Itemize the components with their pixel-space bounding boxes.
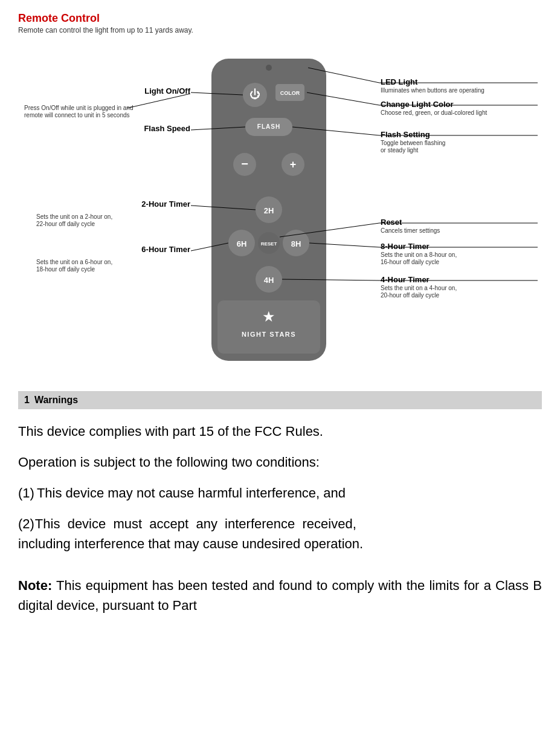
svg-text:8H: 8H [291, 239, 301, 248]
svg-text:−: − [241, 157, 248, 170]
section-title: Warnings [34, 395, 78, 406]
svg-text:22-hour off daily cycle: 22-hour off daily cycle [36, 221, 95, 227]
page-title: Remote Control [18, 12, 542, 25]
svg-text:Press On/Off while unit is plu: Press On/Off while unit is plugged in an… [24, 105, 133, 111]
svg-text:4H: 4H [264, 276, 274, 285]
svg-point-1 [266, 65, 272, 71]
svg-text:16-hour off daily cycle: 16-hour off daily cycle [381, 259, 440, 265]
svg-text:RESET: RESET [261, 241, 277, 247]
diagram-area: ⏻ COLOR FLASH − + 2H 6H RESET 8H 4H ★ NI… [18, 47, 542, 391]
svg-text:Change Light Color: Change Light Color [381, 100, 454, 109]
svg-text:4-Hour Timer: 4-Hour Timer [381, 275, 430, 284]
svg-text:+: + [290, 158, 297, 170]
svg-text:Reset: Reset [381, 218, 402, 227]
svg-text:Illuminates when buttons are o: Illuminates when buttons are operating [381, 87, 484, 94]
svg-text:FLASH: FLASH [257, 123, 280, 130]
body-paragraph-2: Operation is subject to the following tw… [18, 452, 542, 472]
svg-text:18-hour off daily cycle: 18-hour off daily cycle [36, 266, 95, 273]
svg-text:Sets the unit on a 2-hour on,: Sets the unit on a 2-hour on, [36, 213, 112, 220]
paragraph-4-line1: (2) This device must accept any interfer… [18, 516, 356, 531]
section-heading: 1 Warnings [18, 391, 542, 409]
svg-text:★: ★ [262, 308, 275, 325]
svg-line-29 [127, 94, 190, 108]
svg-text:or steady light: or steady light [381, 147, 418, 154]
svg-text:8-Hour Timer: 8-Hour Timer [381, 242, 430, 251]
body-paragraph-3: (1) This device may not cause harmful in… [18, 483, 542, 503]
svg-text:6-Hour Timer: 6-Hour Timer [141, 245, 190, 254]
svg-text:20-hour off daily cycle: 20-hour off daily cycle [381, 292, 440, 299]
svg-text:Cancels timer settings: Cancels timer settings [381, 227, 440, 234]
svg-text:Sets the unit on a 4-hour on,: Sets the unit on a 4-hour on, [381, 285, 457, 291]
svg-text:⏻: ⏻ [249, 88, 260, 100]
page-subtitle: Remote can control the light from up to … [18, 26, 542, 34]
note-text: This equipment has been tested and found… [18, 578, 542, 613]
svg-text:6H: 6H [237, 239, 247, 248]
body-paragraph-4: (2) This device must accept any interfer… [18, 514, 542, 554]
section-number: 1 [24, 395, 30, 406]
svg-text:NIGHT STARS: NIGHT STARS [242, 331, 296, 338]
svg-text:Light On/Off: Light On/Off [144, 86, 190, 96]
svg-text:remote will connect to unit in: remote will connect to unit in 5 seconds [24, 112, 130, 118]
svg-text:Flash Speed: Flash Speed [144, 124, 190, 133]
note-paragraph: Note: This equipment has been tested and… [18, 575, 542, 615]
svg-text:2H: 2H [264, 206, 274, 215]
svg-text:LED Light: LED Light [381, 77, 418, 86]
body-paragraph-1: This device complies with part 15 of the… [18, 421, 542, 441]
svg-text:Flash Setting: Flash Setting [381, 130, 430, 139]
svg-text:Sets the unit on a 8-hour on,: Sets the unit on a 8-hour on, [381, 251, 457, 258]
note-prefix: Note: [18, 578, 52, 593]
svg-text:2-Hour Timer: 2-Hour Timer [141, 199, 190, 209]
svg-text:Toggle between flashing: Toggle between flashing [381, 140, 445, 146]
paragraph-4-line2: including interference that may cause un… [18, 536, 363, 551]
svg-text:Sets the unit on a 6-hour on,: Sets the unit on a 6-hour on, [36, 259, 112, 265]
svg-text:COLOR: COLOR [280, 90, 300, 96]
svg-text:Choose red, green, or dual-col: Choose red, green, or dual-colored light [381, 109, 487, 116]
